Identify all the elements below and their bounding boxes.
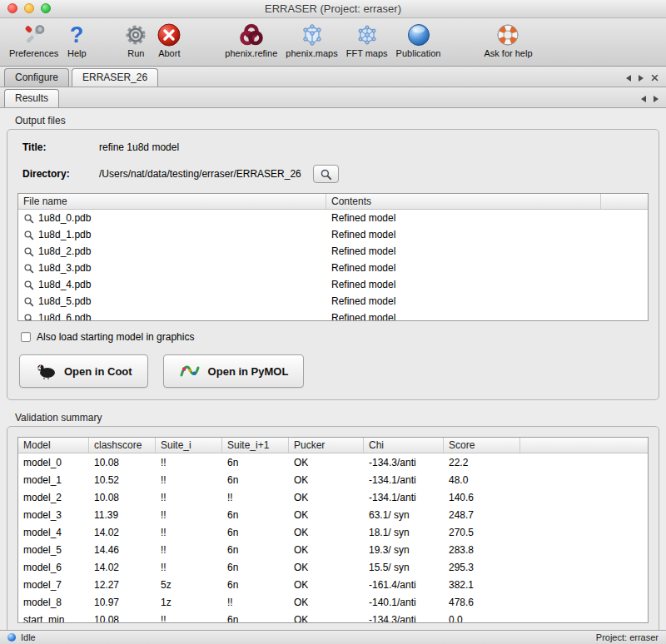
browse-directory-button[interactable] [313, 165, 339, 183]
chi-cell: -134.1/anti [364, 492, 444, 503]
toolbar-label: phenix.maps [286, 48, 337, 58]
model-cell: model_3 [18, 509, 89, 521]
tabstrip-controls [626, 74, 662, 87]
table-row[interactable]: model_0 10.08 !! 6n OK -134.3/anti 22.2 [18, 453, 648, 471]
file-name-cell: 1u8d_1.pdb [18, 229, 326, 240]
table-row[interactable]: model_3 11.39 !! 6n OK 63.1/ syn 248.7 [18, 506, 648, 523]
score-cell: 478.6 [444, 597, 520, 608]
phenix-maps-button[interactable]: phenix.maps [281, 20, 341, 59]
zoom-window-button[interactable] [41, 3, 51, 13]
directory-value: /Users/nat/data/testing/erraser/ERRASER_… [99, 168, 301, 180]
table-row[interactable]: 1u8d_6.pdb Refined model [18, 310, 648, 320]
clashscore-cell: 10.08 [89, 457, 156, 468]
column-header-pucker[interactable]: Pucker [289, 438, 364, 453]
close-tab-icon[interactable] [651, 74, 659, 82]
pucker-cell: OK [289, 579, 364, 591]
help-button[interactable]: ? Help [62, 20, 91, 59]
score-cell: 22.2 [444, 457, 520, 468]
pucker-cell: OK [289, 597, 364, 608]
file-contents-cell: Refined model [326, 312, 601, 320]
load-starting-model-checkbox[interactable] [21, 332, 31, 342]
output-files-groupbox: Title: refine 1u8d model Directory: /Use… [7, 129, 659, 400]
chi-cell: 15.5/ syn [364, 562, 444, 573]
column-header-score[interactable]: Score [444, 438, 520, 453]
scroll-tabs-right-icon[interactable] [654, 96, 659, 102]
fft-maps-icon [355, 21, 379, 48]
file-name-cell: 1u8d_2.pdb [18, 245, 326, 257]
file-contents-cell: Refined model [326, 245, 601, 257]
minimize-window-button[interactable] [24, 3, 34, 13]
abort-button[interactable]: Abort [152, 20, 186, 59]
open-in-coot-button[interactable]: Open in Coot [19, 354, 148, 388]
directory-row: Directory: /Users/nat/data/testing/erras… [22, 165, 649, 183]
app-window: ERRASER (Project: erraser) Preferences ?… [0, 0, 666, 644]
table-row[interactable]: 1u8d_2.pdb Refined model [18, 243, 648, 260]
suite-i1-cell: !! [222, 492, 289, 503]
sub-tabstrip-controls [641, 96, 662, 107]
magnifier-icon [23, 230, 34, 240]
column-header-filler [601, 194, 648, 209]
publication-button[interactable]: Publication [392, 20, 445, 59]
clashscore-cell: 10.08 [89, 492, 156, 503]
suite-i-cell: !! [156, 544, 222, 556]
titlebar: ERRASER (Project: erraser) [0, 0, 666, 18]
scroll-tabs-right-icon[interactable] [639, 75, 644, 82]
file-name-cell: 1u8d_3.pdb [18, 262, 326, 274]
table-row[interactable]: model_7 12.27 5z 6n OK -161.4/anti 382.1 [18, 576, 648, 593]
score-cell: 295.3 [444, 562, 520, 573]
column-header-suite-i1[interactable]: Suite_i+1 [222, 438, 289, 453]
pucker-cell: OK [289, 544, 364, 556]
column-header-chi[interactable]: Chi [364, 438, 444, 453]
table-row[interactable]: model_6 14.02 !! 6n OK 15.5/ syn 295.3 [18, 558, 648, 576]
table-row[interactable]: 1u8d_1.pdb Refined model [18, 226, 648, 243]
model-cell: start_min [18, 614, 89, 623]
suite-i-cell: !! [156, 614, 222, 623]
table-row[interactable]: model_5 14.46 !! 6n OK 19.3/ syn 283.8 [18, 541, 648, 558]
suite-i1-cell: 6n [222, 614, 289, 623]
pucker-cell: OK [289, 492, 364, 503]
scroll-tabs-left-icon[interactable] [641, 96, 646, 102]
magnifier-icon [23, 246, 34, 257]
load-starting-model-label: Also load starting model in graphics [37, 331, 194, 343]
table-row[interactable]: 1u8d_3.pdb Refined model [18, 260, 648, 276]
file-name: 1u8d_1.pdb [38, 229, 91, 240]
model-cell: model_1 [18, 474, 89, 486]
tab-configure[interactable]: Configure [4, 68, 69, 87]
column-header-clashscore[interactable]: clashscore [89, 438, 156, 453]
table-row[interactable]: 1u8d_4.pdb Refined model [18, 276, 648, 293]
file-contents-cell: Refined model [326, 295, 601, 307]
validation-summary-groupbox: Model clashscore Suite_i Suite_i+1 Pucke… [7, 426, 659, 630]
file-name: 1u8d_2.pdb [38, 245, 91, 257]
score-cell: 382.1 [444, 579, 520, 591]
close-window-button[interactable] [7, 3, 17, 13]
open-in-pymol-button[interactable]: Open in PyMOL [163, 354, 305, 388]
table-row[interactable]: model_2 10.08 !! !! OK -134.1/anti 140.6 [18, 488, 648, 506]
run-button[interactable]: Run [119, 20, 152, 59]
table-row[interactable]: 1u8d_0.pdb Refined model [18, 210, 648, 226]
ask-for-help-button[interactable]: Ask for help [480, 20, 536, 59]
score-cell: 0.0 [444, 614, 520, 623]
suite-i-cell: !! [156, 457, 222, 468]
toolbar-label: Run [127, 48, 144, 58]
table-row[interactable]: model_4 14.02 !! 6n OK 18.1/ syn 270.5 [18, 523, 648, 541]
table-row[interactable]: model_1 10.52 !! 6n OK -134.1/anti 48.0 [18, 471, 648, 488]
preferences-button[interactable]: Preferences [5, 20, 62, 59]
coot-bird-icon [35, 362, 57, 380]
tab-results[interactable]: Results [4, 89, 59, 107]
fft-maps-button[interactable]: FFT maps [342, 20, 392, 59]
phenix-refine-button[interactable]: phenix.refine [221, 20, 281, 59]
file-name-cell: 1u8d_6.pdb [18, 312, 326, 320]
table-row[interactable]: model_8 10.97 1z !! OK -140.1/anti 478.6 [18, 593, 648, 611]
magnifier-icon [320, 168, 332, 181]
help-icon: ? [67, 21, 87, 48]
column-header-suite-i[interactable]: Suite_i [156, 438, 222, 453]
table-row[interactable]: 1u8d_5.pdb Refined model [18, 293, 648, 310]
tab-erraser-26[interactable]: ERRASER_26 [72, 68, 158, 87]
file-name: 1u8d_4.pdb [38, 279, 91, 290]
scroll-tabs-left-icon[interactable] [626, 75, 631, 82]
table-row[interactable]: start_min 10.08 !! 6n OK -134.3/anti 0.0 [18, 611, 648, 622]
column-header-model[interactable]: Model [18, 438, 89, 453]
toolbar-label: Publication [396, 48, 441, 58]
column-header-file-name[interactable]: File name [18, 194, 326, 209]
column-header-contents[interactable]: Contents [326, 194, 601, 209]
